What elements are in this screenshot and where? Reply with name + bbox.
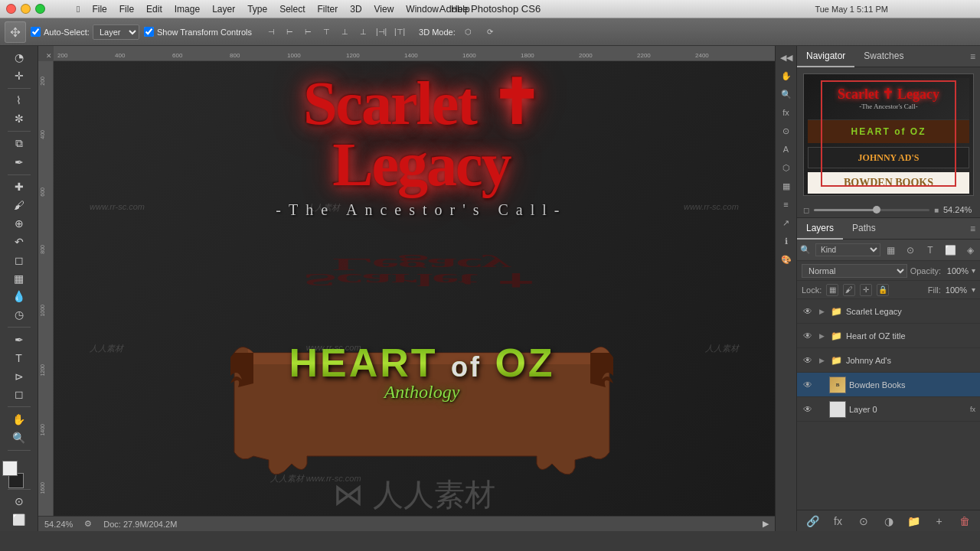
- opacity-value[interactable]: 100%: [944, 266, 969, 276]
- tab-close-icon[interactable]: ✕: [46, 52, 52, 60]
- lock-all-button[interactable]: 🔒: [877, 284, 889, 296]
- canvas-content-area[interactable]: Scarlet ✝ Legacy -The Ancestor's Call- S…: [54, 61, 775, 531]
- tab-swatches[interactable]: Swatches: [854, 46, 913, 67]
- right-strip-zoom[interactable]: 🔍: [778, 86, 795, 103]
- layer-visibility-layer0[interactable]: 👁: [802, 403, 814, 416]
- window-controls[interactable]: [6, 4, 45, 14]
- layer-item-heart-oz[interactable]: 👁 ▶ 📁 Heart of OZ title: [797, 324, 980, 348]
- delete-layer-button[interactable]: 🗑: [956, 513, 973, 530]
- zoom-thumb[interactable]: [873, 206, 880, 214]
- filter-smart-icon[interactable]: ◈: [963, 243, 977, 257]
- magic-wand-button[interactable]: ✼: [9, 110, 29, 127]
- blend-mode-select[interactable]: Normal Dissolve Multiply Screen Overlay: [802, 264, 907, 278]
- menu-file[interactable]: File: [119, 4, 134, 15]
- blur-tool-button[interactable]: 💧: [9, 288, 29, 305]
- menu-photoshop[interactable]: File: [92, 4, 106, 15]
- new-fill-button[interactable]: ◑: [880, 513, 897, 530]
- menu-view[interactable]: View: [374, 4, 394, 15]
- gradient-tool-button[interactable]: ▦: [9, 270, 29, 287]
- auto-select-dropdown[interactable]: Layer Group: [93, 24, 139, 40]
- lock-image-button[interactable]: 🖌: [843, 284, 855, 296]
- right-strip-type[interactable]: A: [778, 141, 795, 158]
- apple-menu[interactable]: : [77, 4, 80, 15]
- 3d-rotate-icon[interactable]: ⟳: [482, 24, 498, 41]
- new-group-button[interactable]: 📁: [906, 513, 923, 530]
- align-right-icon[interactable]: ⊢: [299, 24, 316, 41]
- right-strip-ch[interactable]: ≡: [778, 196, 795, 213]
- menu-layer[interactable]: Layer: [212, 4, 235, 15]
- align-left-icon[interactable]: ⊣: [263, 24, 279, 41]
- right-strip-hist[interactable]: ↗: [778, 214, 795, 231]
- healing-brush-button[interactable]: ✚: [9, 179, 29, 196]
- fill-value[interactable]: 100%: [946, 285, 967, 295]
- add-style-button[interactable]: fx: [830, 513, 847, 530]
- align-top-icon[interactable]: ⊤: [318, 24, 335, 41]
- align-center-h-icon[interactable]: ⊢: [281, 24, 298, 41]
- layers-panel-options[interactable]: ≡: [965, 223, 980, 234]
- tab-layers[interactable]: Layers: [797, 218, 843, 240]
- transform-controls-checkbox[interactable]: [144, 27, 154, 37]
- layer-visibility-bowden[interactable]: 👁: [802, 379, 814, 391]
- menu-image[interactable]: Image: [175, 4, 200, 15]
- zoom-tool-button[interactable]: 🔍: [9, 429, 29, 446]
- layer-visibility-johnny[interactable]: 👁: [802, 354, 814, 367]
- clone-stamp-button[interactable]: ⊕: [9, 215, 29, 232]
- right-strip-info[interactable]: ℹ: [778, 233, 795, 249]
- auto-select-checkbox[interactable]: [31, 27, 41, 37]
- layer-item-layer0[interactable]: 👁 Layer 0 fx: [797, 397, 980, 422]
- distribute-h-icon[interactable]: |⊣|: [373, 24, 390, 41]
- brush-tool-button[interactable]: 🖌: [9, 197, 29, 214]
- menu-window[interactable]: Window: [406, 4, 439, 15]
- layer-expand-johnny[interactable]: ▶: [817, 356, 826, 365]
- navigator-panel-options[interactable]: ≡: [965, 51, 980, 62]
- quick-mask-button[interactable]: ⊙: [9, 493, 29, 510]
- right-strip-color[interactable]: 🎨: [778, 251, 795, 268]
- menu-type[interactable]: Type: [247, 4, 267, 15]
- navigator-preview[interactable]: Scarlet ✝ Legacy -The Ancestor's Call- H…: [803, 73, 974, 196]
- new-layer-button[interactable]: +: [931, 513, 948, 530]
- distribute-v-icon[interactable]: |⊤|: [391, 24, 408, 41]
- zoom-slider[interactable]: [814, 209, 929, 211]
- layer-expand-scarlet[interactable]: ▶: [817, 307, 826, 316]
- lock-position-button[interactable]: ✛: [860, 284, 872, 296]
- 3d-mode-icon[interactable]: ⬡: [460, 24, 477, 41]
- right-strip-layer[interactable]: ▦: [778, 178, 795, 194]
- tab-navigator[interactable]: Navigator: [797, 46, 854, 67]
- filter-pixel-icon[interactable]: ▦: [884, 243, 897, 257]
- eyedropper-button[interactable]: ✒: [9, 154, 29, 171]
- add-mask-button[interactable]: ⊙: [855, 513, 872, 530]
- align-bottom-icon[interactable]: ⊥: [354, 24, 371, 41]
- right-strip-toggle[interactable]: ◀◀: [778, 49, 795, 66]
- layer-expand-oz[interactable]: ▶: [817, 331, 826, 341]
- type-tool-button[interactable]: T: [9, 350, 29, 367]
- pen-tool-button[interactable]: ✒: [9, 331, 29, 348]
- menu-3d[interactable]: 3D: [350, 4, 361, 15]
- menu-help[interactable]: Help: [451, 4, 470, 15]
- foreground-color[interactable]: [2, 461, 18, 476]
- filter-shape-icon[interactable]: ⬜: [943, 243, 957, 257]
- menu-edit[interactable]: Edit: [146, 4, 162, 15]
- right-strip-fx[interactable]: fx: [778, 104, 795, 121]
- opacity-arrow[interactable]: ▾: [972, 266, 975, 275]
- layer-item-johnny[interactable]: 👁 ▶ 📁 Johnny Ad's: [797, 348, 980, 373]
- layer-filter-kind[interactable]: Kind Name Effect Mode Attribute Color Sm…: [815, 243, 880, 256]
- menu-select[interactable]: Select: [279, 4, 305, 15]
- layer-item-scarlet-legacy[interactable]: 👁 ▶ 📁 Scarlet Legacy: [797, 299, 980, 324]
- layer-visibility-scarlet[interactable]: 👁: [802, 305, 814, 318]
- filter-adjust-icon[interactable]: ⊙: [903, 243, 917, 257]
- layer-item-bowden[interactable]: 👁 B Bowden Books: [797, 373, 980, 397]
- selection-tool-button[interactable]: ◔: [9, 49, 29, 66]
- minimize-button[interactable]: [21, 4, 31, 14]
- filter-type-icon[interactable]: T: [923, 243, 937, 257]
- menu-bar[interactable]:  File File Edit Image Layer Type Select…: [77, 4, 470, 15]
- close-button[interactable]: [6, 4, 16, 14]
- playback-button[interactable]: ▶: [763, 519, 769, 529]
- move-tool-button[interactable]: ✛: [9, 67, 29, 84]
- right-strip-3d[interactable]: ⬡: [778, 159, 795, 176]
- menu-filter[interactable]: Filter: [318, 4, 338, 15]
- lasso-tool-button[interactable]: ⌇: [9, 93, 29, 109]
- path-select-button[interactable]: ⊳: [9, 368, 29, 385]
- right-strip-hand[interactable]: ✋: [778, 67, 795, 84]
- tab-paths[interactable]: Paths: [843, 218, 885, 240]
- hand-tool-button[interactable]: ✋: [9, 411, 29, 428]
